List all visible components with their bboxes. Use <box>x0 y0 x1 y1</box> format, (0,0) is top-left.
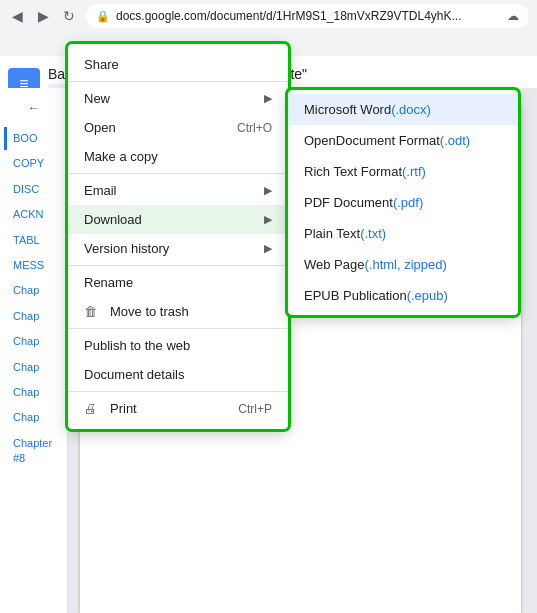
download-submenu: Microsoft Word (.docx) OpenDocument Form… <box>288 90 518 315</box>
trash-icon: 🗑 <box>84 304 102 319</box>
pdf-prefix: PDF Document <box>304 195 393 210</box>
version-history-label: Version history <box>84 241 169 256</box>
url-text: docs.google.com/document/d/1HrM9S1_18mVx… <box>116 9 462 23</box>
sidebar-item-chap2[interactable]: Chap <box>4 305 63 328</box>
sidebar-item-mess[interactable]: MESS <box>4 254 63 277</box>
file-menu-document-details[interactable]: Document details <box>68 360 288 389</box>
make-copy-label: Make a copy <box>84 149 158 164</box>
docx-prefix: Microsoft Word <box>304 102 391 117</box>
download-rtf[interactable]: Rich Text Format (.rtf) <box>288 156 518 187</box>
epub-ext: (.epub) <box>407 288 448 303</box>
pdf-ext: (.pdf) <box>393 195 423 210</box>
file-menu-publish-to-web[interactable]: Publish to the web <box>68 331 288 360</box>
sidebar-item-chap8[interactable]: Chapter #8 <box>4 432 63 471</box>
file-menu-open[interactable]: Open Ctrl+O <box>68 113 288 142</box>
print-label: Print <box>110 401 137 416</box>
email-label: Email <box>84 183 117 198</box>
file-menu-download[interactable]: Download ▶ <box>68 205 288 234</box>
sidebar-item-chap6[interactable]: Chap <box>4 406 63 429</box>
file-menu-new[interactable]: New ▶ <box>68 84 288 113</box>
new-arrow-icon: ▶ <box>264 92 272 105</box>
print-shortcut: Ctrl+P <box>238 402 272 416</box>
sidebar-item-tabl[interactable]: TABL <box>4 229 63 252</box>
download-pdf[interactable]: PDF Document (.pdf) <box>288 187 518 218</box>
sidebar-item-boo[interactable]: BOO <box>4 127 63 150</box>
odt-ext: (.odt) <box>440 133 470 148</box>
html-ext: (.html, zipped) <box>364 257 446 272</box>
file-menu-section-5: Publish to the web Document details <box>68 329 288 392</box>
reload-button[interactable]: ↻ <box>60 7 78 25</box>
sidebar-item-chap3[interactable]: Chap <box>4 330 63 353</box>
print-icon: 🖨 <box>84 401 102 416</box>
file-menu-section-6: 🖨 Print Ctrl+P <box>68 392 288 425</box>
version-history-arrow-icon: ▶ <box>264 242 272 255</box>
document-details-label: Document details <box>84 367 184 382</box>
download-label: Download <box>84 212 142 227</box>
publish-to-web-label: Publish to the web <box>84 338 190 353</box>
sidebar-item-chap5[interactable]: Chap <box>4 381 63 404</box>
back-button[interactable]: ◀ <box>8 7 26 25</box>
file-menu-move-to-trash[interactable]: 🗑 Move to trash <box>68 297 288 326</box>
new-label: New <box>84 91 110 106</box>
file-menu-rename[interactable]: Rename <box>68 268 288 297</box>
rtf-prefix: Rich Text Format <box>304 164 402 179</box>
download-arrow-icon: ▶ <box>264 213 272 226</box>
cloud-icon: ☁ <box>507 9 519 23</box>
download-docx[interactable]: Microsoft Word (.docx) <box>288 94 518 125</box>
odt-prefix: OpenDocument Format <box>304 133 440 148</box>
lock-icon: 🔒 <box>96 10 110 23</box>
docx-ext: (.docx) <box>391 102 431 117</box>
file-menu-print[interactable]: 🖨 Print Ctrl+P <box>68 394 288 423</box>
txt-ext: (.txt) <box>360 226 386 241</box>
file-menu-section-2: New ▶ Open Ctrl+O Make a copy <box>68 82 288 174</box>
download-epub[interactable]: EPUB Publication (.epub) <box>288 280 518 311</box>
file-menu-email[interactable]: Email ▶ <box>68 176 288 205</box>
sidebar: ← BOO COPY DISC ACKN TABL MESS Chap Chap… <box>0 88 68 613</box>
file-menu-dropdown: Share New ▶ Open Ctrl+O Make a copy Emai… <box>68 44 288 429</box>
email-arrow-icon: ▶ <box>264 184 272 197</box>
file-menu-section-3: Email ▶ Download ▶ Version history ▶ <box>68 174 288 266</box>
open-label: Open <box>84 120 116 135</box>
forward-button[interactable]: ▶ <box>34 7 52 25</box>
sidebar-item-copy[interactable]: COPY <box>4 152 63 175</box>
file-menu-section-1: Share <box>68 48 288 82</box>
download-html[interactable]: Web Page (.html, zipped) <box>288 249 518 280</box>
browser-nav: ◀ ▶ ↻ 🔒 docs.google.com/document/d/1HrM9… <box>0 0 537 32</box>
rtf-ext: (.rtf) <box>402 164 426 179</box>
sidebar-item-ackn[interactable]: ACKN <box>4 203 63 226</box>
open-shortcut: Ctrl+O <box>237 121 272 135</box>
sidebar-back-button[interactable]: ← <box>4 96 63 119</box>
rename-label: Rename <box>84 275 133 290</box>
file-menu-version-history[interactable]: Version history ▶ <box>68 234 288 263</box>
file-menu-section-4: Rename 🗑 Move to trash <box>68 266 288 329</box>
move-to-trash-label: Move to trash <box>110 304 189 319</box>
address-bar[interactable]: 🔒 docs.google.com/document/d/1HrM9S1_18m… <box>86 4 529 28</box>
download-txt[interactable]: Plain Text (.txt) <box>288 218 518 249</box>
epub-prefix: EPUB Publication <box>304 288 407 303</box>
download-odt[interactable]: OpenDocument Format (.odt) <box>288 125 518 156</box>
file-menu-share[interactable]: Share <box>68 50 288 79</box>
share-label: Share <box>84 57 119 72</box>
file-menu-make-copy[interactable]: Make a copy <box>68 142 288 171</box>
sidebar-item-disc[interactable]: DISC <box>4 178 63 201</box>
txt-prefix: Plain Text <box>304 226 360 241</box>
sidebar-item-chap4[interactable]: Chap <box>4 356 63 379</box>
sidebar-item-chap1[interactable]: Chap <box>4 279 63 302</box>
html-prefix: Web Page <box>304 257 364 272</box>
